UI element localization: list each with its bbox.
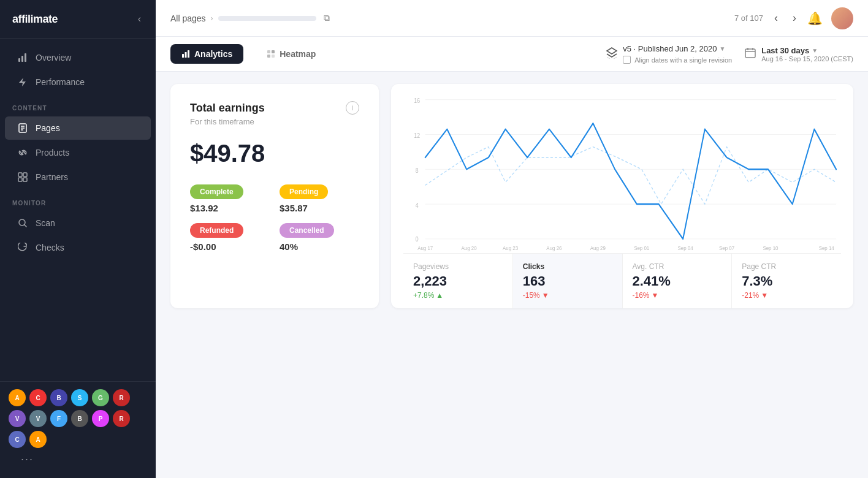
align-dates-label: Align dates with a single revision	[634, 56, 732, 64]
page-url-pill	[218, 16, 316, 21]
breadcrumb-all-pages[interactable]: All pages	[170, 13, 206, 23]
external-link-icon[interactable]: ⧉	[324, 13, 330, 23]
next-page-button[interactable]: ›	[789, 9, 800, 27]
svg-text:Aug 29: Aug 29	[590, 245, 606, 251]
logo-b[interactable]: B	[50, 389, 67, 406]
topbar-right: 7 of 107 ‹ › 🔔	[734, 7, 853, 29]
sidebar-item-overview[interactable]: Overview	[5, 46, 151, 69]
stat-label-pageviews: Pageviews	[413, 262, 503, 271]
logo-r2[interactable]: R	[113, 410, 130, 427]
svg-rect-0	[18, 58, 20, 62]
sidebar-collapse-button[interactable]: ‹	[135, 11, 143, 27]
svg-rect-14	[185, 52, 187, 58]
tab-analytics[interactable]: Analytics	[170, 44, 243, 64]
logo-amazon[interactable]: A	[9, 389, 26, 406]
svg-text:Sep 10: Sep 10	[763, 245, 778, 251]
logo-g[interactable]: G	[92, 389, 109, 406]
version-label: v5 · Published Jun 2, 2020	[623, 44, 717, 53]
topbar-left: All pages › ⧉	[170, 13, 330, 23]
prev-page-button[interactable]: ‹	[771, 9, 782, 27]
version-selector: v5 · Published Jun 2, 2020 ▼ Align dates…	[606, 44, 732, 64]
stat-value-page-ctr: 7.3%	[742, 273, 831, 289]
more-logos-button[interactable]: ···	[9, 448, 147, 471]
sidebar-item-partners[interactable]: Partners	[5, 165, 151, 189]
svg-text:Sep 01: Sep 01	[634, 245, 649, 251]
tab-heatmap[interactable]: Heatmap	[256, 44, 327, 64]
stat-label-page-ctr: Page CTR	[742, 262, 831, 271]
version-dropdown[interactable]: v5 · Published Jun 2, 2020 ▼	[623, 44, 732, 53]
badge-refunded: Refunded	[190, 223, 243, 238]
badge-cancelled: Cancelled	[280, 223, 334, 238]
svg-text:Aug 26: Aug 26	[546, 245, 562, 251]
stat-change-avg-ctr: -16%▼	[633, 291, 722, 300]
avatar[interactable]	[831, 7, 853, 29]
stat-value-avg-ctr: 2.41%	[633, 273, 722, 289]
logo-v2[interactable]: V	[29, 410, 47, 427]
logo-f[interactable]: F	[50, 410, 67, 427]
stat-cell-pageviews[interactable]: Pageviews 2,223 +7.8%▲	[403, 254, 513, 308]
sidebar-header: affilimate ‹	[0, 0, 156, 39]
svg-rect-7	[18, 173, 22, 176]
calendar-icon	[744, 47, 756, 62]
layers-icon	[606, 47, 618, 62]
sidebar-item-performance[interactable]: Performance	[5, 70, 151, 94]
stat-cell-page-ctr[interactable]: Page CTR 7.3% -21%▼	[732, 254, 841, 308]
svg-text:12: 12	[414, 132, 420, 139]
version-dropdown-arrow: ▼	[719, 45, 725, 52]
svg-text:Aug 23: Aug 23	[503, 245, 518, 251]
sidebar-item-products[interactable]: Products	[5, 141, 151, 164]
svg-text:16: 16	[414, 97, 420, 105]
section-label-content: CONTENT	[0, 95, 156, 115]
notification-icon[interactable]: 🔔	[807, 11, 823, 26]
svg-rect-13	[182, 54, 184, 58]
stat-cell-clicks[interactable]: Clicks 163 -15%▼	[513, 254, 623, 308]
analytics-icon	[181, 50, 190, 58]
svg-text:8: 8	[416, 167, 419, 174]
logo-v[interactable]: V	[9, 410, 26, 427]
svg-text:0: 0	[416, 235, 419, 243]
sidebar-item-checks[interactable]: Checks	[5, 236, 151, 259]
scan-icon	[17, 218, 28, 229]
tab-analytics-label: Analytics	[194, 49, 232, 59]
svg-rect-8	[23, 173, 27, 176]
card-subtitle: For this timeframe	[190, 117, 359, 126]
sub-header-right: v5 · Published Jun 2, 2020 ▼ Align dates…	[606, 44, 853, 64]
svg-rect-20	[745, 49, 755, 58]
logo-c[interactable]: C	[29, 389, 47, 406]
svg-text:Aug 20: Aug 20	[462, 245, 477, 251]
logo-p[interactable]: P	[92, 410, 109, 427]
svg-text:Sep 07: Sep 07	[719, 245, 734, 251]
sidebar-item-label: Checks	[36, 243, 64, 252]
sidebar-navigation: Overview Performance CONTENT	[0, 39, 156, 381]
breadcrumb-arrow: ›	[211, 14, 213, 23]
stat-change-pageviews: +7.8%▲	[413, 291, 503, 300]
logo-c2[interactable]: C	[9, 431, 26, 448]
logo-grid: A C B S G R V V F B P R C A	[9, 389, 147, 448]
stat-change-clicks: -15%▼	[523, 291, 612, 300]
stats-row: Pageviews 2,223 +7.8%▲ Clicks 163 -15%▼ …	[403, 253, 841, 308]
logo-a2[interactable]: A	[29, 431, 47, 448]
svg-rect-16	[267, 50, 270, 53]
stat-change-page-ctr: -21%▼	[742, 291, 831, 300]
svg-text:Sep 04: Sep 04	[678, 245, 693, 251]
line-chart-svg: 16 12 8 4 0 Aug 17	[403, 94, 841, 253]
date-range-label: Last 30 days	[761, 46, 809, 55]
stat-cell-avg-ctr[interactable]: Avg. CTR 2.41% -16%▼	[623, 254, 733, 308]
amount-pending: $35.87	[280, 203, 359, 213]
sidebar: affilimate ‹ Overview Performance	[0, 0, 156, 478]
sidebar-item-scan[interactable]: Scan	[5, 211, 151, 235]
sidebar-item-pages[interactable]: Pages	[5, 116, 151, 140]
info-icon[interactable]: i	[346, 101, 359, 115]
logo-r[interactable]: R	[113, 389, 130, 406]
stat-label-clicks: Clicks	[523, 262, 612, 271]
date-range-selector[interactable]: Last 30 days ▼ Aug 16 - Sep 15, 2020 (CE…	[744, 46, 853, 63]
align-dates-checkbox[interactable]	[623, 56, 631, 64]
topbar: All pages › ⧉ 7 of 107 ‹ › 🔔	[156, 0, 868, 37]
logo-b2[interactable]: B	[71, 410, 88, 427]
sidebar-item-label: Scan	[36, 218, 55, 228]
date-range-block: Last 30 days ▼ Aug 16 - Sep 15, 2020 (CE…	[761, 46, 853, 63]
date-range-arrow: ▼	[812, 47, 818, 54]
badge-complete: Complete	[190, 184, 243, 199]
amount-cancelled: 40%	[280, 241, 359, 252]
logo-s[interactable]: S	[71, 389, 88, 406]
